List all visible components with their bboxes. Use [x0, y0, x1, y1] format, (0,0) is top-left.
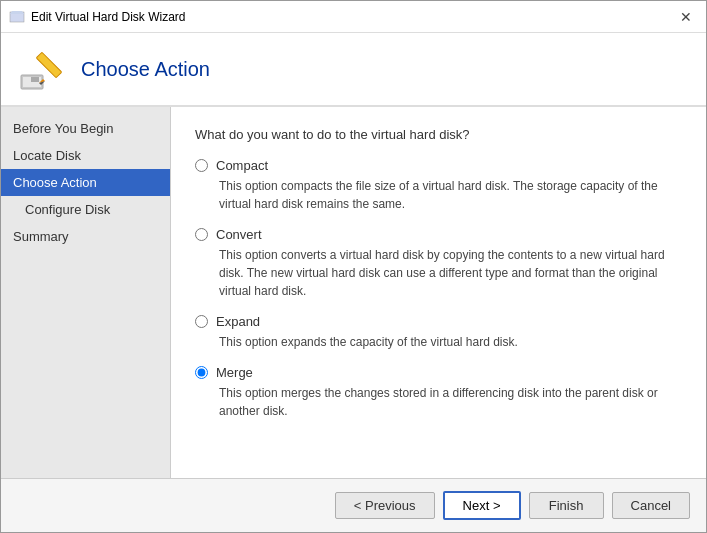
- option-convert-radio[interactable]: [195, 228, 208, 241]
- cancel-button[interactable]: Cancel: [612, 492, 690, 519]
- option-expand-desc: This option expands the capacity of the …: [219, 333, 682, 351]
- question-text: What do you want to do to the virtual ha…: [195, 127, 682, 142]
- title-bar: Edit Virtual Hard Disk Wizard ✕: [1, 1, 706, 33]
- wizard-window: Edit Virtual Hard Disk Wizard ✕ Choose A…: [0, 0, 707, 533]
- sidebar-item-locate-disk[interactable]: Locate Disk: [1, 142, 170, 169]
- next-button[interactable]: Next >: [443, 491, 521, 520]
- sidebar-item-before-you-begin[interactable]: Before You Begin: [1, 115, 170, 142]
- svg-rect-4: [31, 77, 39, 82]
- option-convert-desc: This option converts a virtual hard disk…: [219, 246, 682, 300]
- option-compact: Compact This option compacts the file si…: [195, 158, 682, 213]
- option-merge: Merge This option merges the changes sto…: [195, 365, 682, 420]
- content-area: Before You Begin Locate Disk Choose Acti…: [1, 107, 706, 478]
- main-content: What do you want to do to the virtual ha…: [171, 107, 706, 478]
- wizard-icon: [9, 9, 25, 25]
- sidebar: Before You Begin Locate Disk Choose Acti…: [1, 107, 171, 478]
- window-title: Edit Virtual Hard Disk Wizard: [31, 10, 674, 24]
- option-merge-desc: This option merges the changes stored in…: [219, 384, 682, 420]
- header-section: Choose Action: [1, 33, 706, 107]
- sidebar-item-configure-disk[interactable]: Configure Disk: [1, 196, 170, 223]
- page-title: Choose Action: [81, 58, 210, 81]
- option-compact-desc: This option compacts the file size of a …: [219, 177, 682, 213]
- footer: < Previous Next > Finish Cancel: [1, 478, 706, 532]
- option-expand: Expand This option expands the capacity …: [195, 314, 682, 351]
- finish-button[interactable]: Finish: [529, 492, 604, 519]
- option-compact-label[interactable]: Compact: [195, 158, 682, 173]
- option-merge-radio[interactable]: [195, 366, 208, 379]
- close-button[interactable]: ✕: [674, 5, 698, 29]
- sidebar-item-summary[interactable]: Summary: [1, 223, 170, 250]
- option-compact-radio[interactable]: [195, 159, 208, 172]
- previous-button[interactable]: < Previous: [335, 492, 435, 519]
- svg-rect-5: [36, 52, 61, 77]
- option-expand-label[interactable]: Expand: [195, 314, 682, 329]
- header-icon: [17, 45, 65, 93]
- option-merge-label[interactable]: Merge: [195, 365, 682, 380]
- svg-marker-1: [10, 11, 24, 14]
- option-convert-label[interactable]: Convert: [195, 227, 682, 242]
- option-expand-radio[interactable]: [195, 315, 208, 328]
- sidebar-item-choose-action[interactable]: Choose Action: [1, 169, 170, 196]
- option-convert: Convert This option converts a virtual h…: [195, 227, 682, 300]
